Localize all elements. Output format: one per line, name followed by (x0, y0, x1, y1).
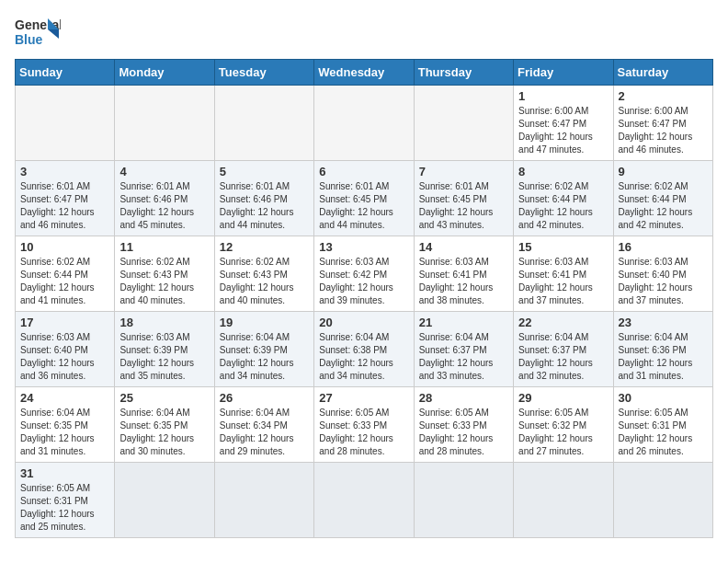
calendar-cell: 22Sunrise: 6:04 AM Sunset: 6:37 PM Dayli… (514, 312, 613, 387)
weekday-header: Sunday (16, 60, 115, 86)
day-number: 17 (20, 316, 109, 329)
calendar-cell: 19Sunrise: 6:04 AM Sunset: 6:39 PM Dayli… (214, 312, 313, 387)
calendar-cell (613, 463, 712, 538)
weekday-header: Tuesday (214, 60, 313, 86)
day-number: 19 (220, 316, 309, 329)
calendar-cell: 16Sunrise: 6:03 AM Sunset: 6:40 PM Dayli… (613, 236, 712, 312)
weekday-header: Thursday (414, 60, 513, 86)
calendar-cell: 15Sunrise: 6:03 AM Sunset: 6:41 PM Dayli… (514, 236, 613, 312)
day-number: 1 (518, 89, 608, 103)
day-info: Sunrise: 6:03 AM Sunset: 6:41 PM Dayligh… (518, 256, 608, 307)
calendar-cell: 13Sunrise: 6:03 AM Sunset: 6:42 PM Dayli… (314, 236, 414, 312)
day-info: Sunrise: 6:02 AM Sunset: 6:44 PM Dayligh… (20, 256, 109, 307)
day-number: 23 (619, 316, 708, 329)
day-info: Sunrise: 6:04 AM Sunset: 6:36 PM Dayligh… (619, 331, 708, 383)
day-info: Sunrise: 6:03 AM Sunset: 6:39 PM Dayligh… (119, 331, 209, 383)
day-info: Sunrise: 6:02 AM Sunset: 6:44 PM Dayligh… (619, 180, 708, 232)
calendar-cell: 24Sunrise: 6:04 AM Sunset: 6:35 PM Dayli… (16, 387, 115, 463)
day-number: 4 (119, 165, 209, 178)
calendar-cell (414, 463, 513, 538)
day-number: 13 (319, 240, 408, 254)
calendar-cell: 4Sunrise: 6:01 AM Sunset: 6:46 PM Daylig… (115, 161, 214, 236)
calendar-cell (214, 86, 313, 161)
logo: GeneralBlue (15, 15, 61, 52)
logo-svg: GeneralBlue (15, 15, 61, 52)
day-info: Sunrise: 6:03 AM Sunset: 6:40 PM Dayligh… (20, 331, 109, 383)
calendar-cell: 27Sunrise: 6:05 AM Sunset: 6:33 PM Dayli… (314, 387, 414, 463)
day-number: 12 (220, 240, 309, 254)
day-info: Sunrise: 6:01 AM Sunset: 6:45 PM Dayligh… (319, 180, 408, 232)
calendar-cell (214, 463, 313, 538)
calendar-cell: 6Sunrise: 6:01 AM Sunset: 6:45 PM Daylig… (314, 161, 414, 236)
day-info: Sunrise: 6:01 AM Sunset: 6:45 PM Dayligh… (419, 180, 508, 232)
calendar-cell (16, 86, 115, 161)
day-info: Sunrise: 6:04 AM Sunset: 6:39 PM Dayligh… (220, 331, 309, 383)
day-info: Sunrise: 6:00 AM Sunset: 6:47 PM Dayligh… (518, 105, 608, 156)
calendar-cell: 23Sunrise: 6:04 AM Sunset: 6:36 PM Dayli… (613, 312, 712, 387)
day-info: Sunrise: 6:05 AM Sunset: 6:33 PM Dayligh… (419, 407, 508, 458)
calendar-cell: 7Sunrise: 6:01 AM Sunset: 6:45 PM Daylig… (414, 161, 513, 236)
page-header: GeneralBlue (15, 15, 713, 52)
calendar: SundayMondayTuesdayWednesdayThursdayFrid… (15, 59, 713, 538)
day-number: 26 (220, 391, 309, 405)
calendar-cell: 25Sunrise: 6:04 AM Sunset: 6:35 PM Dayli… (115, 387, 214, 463)
calendar-cell: 29Sunrise: 6:05 AM Sunset: 6:32 PM Dayli… (514, 387, 613, 463)
calendar-cell: 28Sunrise: 6:05 AM Sunset: 6:33 PM Dayli… (414, 387, 513, 463)
day-number: 2 (619, 89, 708, 103)
day-number: 7 (419, 165, 508, 178)
day-info: Sunrise: 6:03 AM Sunset: 6:40 PM Dayligh… (619, 256, 708, 307)
calendar-cell (314, 86, 414, 161)
weekday-header: Friday (514, 60, 613, 86)
day-info: Sunrise: 6:05 AM Sunset: 6:31 PM Dayligh… (20, 482, 109, 534)
day-number: 16 (619, 240, 708, 254)
day-info: Sunrise: 6:04 AM Sunset: 6:35 PM Dayligh… (20, 407, 109, 458)
weekday-header: Monday (115, 60, 214, 86)
calendar-cell: 14Sunrise: 6:03 AM Sunset: 6:41 PM Dayli… (414, 236, 513, 312)
day-info: Sunrise: 6:01 AM Sunset: 6:47 PM Dayligh… (20, 180, 109, 232)
day-info: Sunrise: 6:04 AM Sunset: 6:34 PM Dayligh… (220, 407, 309, 458)
calendar-cell: 30Sunrise: 6:05 AM Sunset: 6:31 PM Dayli… (613, 387, 712, 463)
day-number: 24 (20, 391, 109, 405)
calendar-cell: 17Sunrise: 6:03 AM Sunset: 6:40 PM Dayli… (16, 312, 115, 387)
calendar-cell: 9Sunrise: 6:02 AM Sunset: 6:44 PM Daylig… (613, 161, 712, 236)
day-number: 15 (518, 240, 608, 254)
calendar-cell: 26Sunrise: 6:04 AM Sunset: 6:34 PM Dayli… (214, 387, 313, 463)
day-number: 11 (119, 240, 209, 254)
calendar-cell: 31Sunrise: 6:05 AM Sunset: 6:31 PM Dayli… (16, 463, 115, 538)
calendar-cell: 11Sunrise: 6:02 AM Sunset: 6:43 PM Dayli… (115, 236, 214, 312)
day-number: 28 (419, 391, 508, 405)
svg-text:Blue: Blue (15, 32, 43, 47)
calendar-cell (115, 463, 214, 538)
calendar-cell: 5Sunrise: 6:01 AM Sunset: 6:46 PM Daylig… (214, 161, 313, 236)
day-info: Sunrise: 6:05 AM Sunset: 6:31 PM Dayligh… (619, 407, 708, 458)
day-number: 3 (20, 165, 109, 178)
day-info: Sunrise: 6:02 AM Sunset: 6:43 PM Dayligh… (119, 256, 209, 307)
day-info: Sunrise: 6:02 AM Sunset: 6:43 PM Dayligh… (220, 256, 309, 307)
day-number: 20 (319, 316, 408, 329)
day-info: Sunrise: 6:05 AM Sunset: 6:32 PM Dayligh… (518, 407, 608, 458)
calendar-cell: 2Sunrise: 6:00 AM Sunset: 6:47 PM Daylig… (613, 86, 712, 161)
day-number: 9 (619, 165, 708, 178)
day-info: Sunrise: 6:05 AM Sunset: 6:33 PM Dayligh… (319, 407, 408, 458)
calendar-cell: 18Sunrise: 6:03 AM Sunset: 6:39 PM Dayli… (115, 312, 214, 387)
calendar-cell: 21Sunrise: 6:04 AM Sunset: 6:37 PM Dayli… (414, 312, 513, 387)
calendar-cell (414, 86, 513, 161)
day-number: 27 (319, 391, 408, 405)
day-info: Sunrise: 6:01 AM Sunset: 6:46 PM Dayligh… (220, 180, 309, 232)
day-number: 25 (119, 391, 209, 405)
day-info: Sunrise: 6:04 AM Sunset: 6:35 PM Dayligh… (119, 407, 209, 458)
day-number: 21 (419, 316, 508, 329)
calendar-cell (514, 463, 613, 538)
day-number: 6 (319, 165, 408, 178)
day-info: Sunrise: 6:04 AM Sunset: 6:37 PM Dayligh… (419, 331, 508, 383)
day-info: Sunrise: 6:02 AM Sunset: 6:44 PM Dayligh… (518, 180, 608, 232)
calendar-cell: 12Sunrise: 6:02 AM Sunset: 6:43 PM Dayli… (214, 236, 313, 312)
weekday-header: Wednesday (314, 60, 414, 86)
day-number: 10 (20, 240, 109, 254)
calendar-cell: 1Sunrise: 6:00 AM Sunset: 6:47 PM Daylig… (514, 86, 613, 161)
day-info: Sunrise: 6:00 AM Sunset: 6:47 PM Dayligh… (619, 105, 708, 156)
day-info: Sunrise: 6:01 AM Sunset: 6:46 PM Dayligh… (119, 180, 209, 232)
calendar-cell: 10Sunrise: 6:02 AM Sunset: 6:44 PM Dayli… (16, 236, 115, 312)
day-number: 22 (518, 316, 608, 329)
day-number: 29 (518, 391, 608, 405)
